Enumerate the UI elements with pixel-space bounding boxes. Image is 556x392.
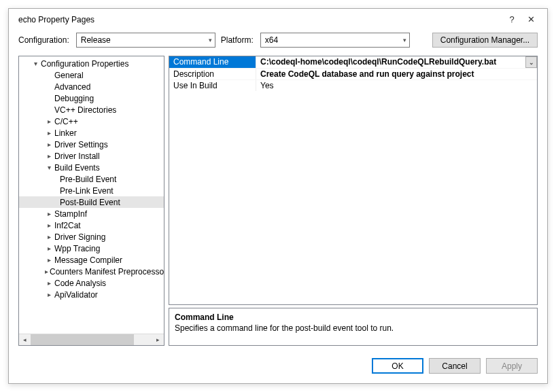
tree-item-counters[interactable]: ▸Counters Manifest Preprocessor [19, 266, 164, 277]
platform-label: Platform: [221, 35, 254, 45]
tree-item-inf2cat[interactable]: ▸Inf2Cat [19, 219, 164, 231]
configuration-value: Release [81, 35, 205, 45]
tree-horizontal-scrollbar[interactable]: ◂ ▸ [19, 334, 164, 345]
expand-icon[interactable]: ▸ [45, 129, 53, 137]
scroll-thumb[interactable] [31, 334, 134, 345]
tree-item-wpp[interactable]: ▸Wpp Tracing [19, 243, 164, 254]
property-value[interactable]: Create CodeQL database and run query aga… [256, 69, 537, 79]
expand-icon[interactable]: ▸ [45, 221, 53, 229]
tree-item-msgcomp[interactable]: ▸Message Compiler [19, 254, 164, 266]
tree-item-driver-settings[interactable]: ▸Driver Settings [19, 139, 164, 150]
tree-item-post-build[interactable]: Post-Build Event [19, 196, 164, 208]
property-key: Description [169, 69, 256, 79]
platform-dropdown[interactable]: x64 ▾ [260, 33, 410, 48]
configuration-dropdown[interactable]: Release ▾ [76, 33, 215, 48]
expand-icon[interactable]: ▸ [45, 141, 53, 148]
scroll-track[interactable] [31, 334, 152, 345]
configuration-label: Configuration: [18, 35, 69, 45]
platform-value: x64 [265, 35, 399, 45]
configuration-manager-button[interactable]: Configuration Manager... [432, 33, 538, 48]
scroll-right-icon[interactable]: ▸ [152, 334, 164, 346]
tree-item-driver-install[interactable]: ▸Driver Install [19, 150, 164, 162]
tree-item-ccpp[interactable]: ▸C/C++ [19, 115, 164, 127]
cancel-button[interactable]: Cancel [429, 358, 481, 374]
chevron-down-icon: ▾ [399, 37, 406, 43]
chevron-down-icon: ▾ [205, 37, 212, 43]
tree-panel: ▾ Configuration Properties General Advan… [18, 56, 164, 346]
property-key: Use In Build [169, 80, 256, 91]
scroll-left-icon[interactable]: ◂ [19, 334, 31, 346]
tree-item-pre-build[interactable]: Pre-Build Event [19, 173, 164, 185]
tree-item-vcdirs[interactable]: VC++ Directories [19, 104, 164, 115]
expand-icon[interactable]: ▸ [45, 152, 53, 160]
apply-button[interactable]: Apply [486, 358, 538, 374]
titlebar: echo Property Pages ? ✕ [9, 9, 547, 29]
close-button[interactable]: ✕ [521, 14, 540, 24]
body-area: ▾ Configuration Properties General Advan… [9, 56, 547, 351]
tree-item-pre-link[interactable]: Pre-Link Event [19, 185, 164, 196]
tree-item-debugging[interactable]: Debugging [19, 92, 164, 104]
tree-item-driver-signing[interactable]: ▸Driver Signing [19, 231, 164, 243]
expand-icon[interactable]: ▸ [45, 279, 53, 287]
config-row: Configuration: Release ▾ Platform: x64 ▾… [9, 29, 547, 56]
chevron-down-icon[interactable]: ⌄ [525, 56, 537, 68]
tree-item-code-analysis[interactable]: ▸Code Analysis [19, 277, 164, 289]
description-title: Command Line [175, 313, 532, 322]
property-row-command-line[interactable]: Command Line C:\codeql-home\codeql\codeq… [169, 56, 537, 68]
property-tree[interactable]: ▾ Configuration Properties General Advan… [19, 56, 164, 334]
property-grid[interactable]: Command Line C:\codeql-home\codeql\codeq… [169, 56, 538, 305]
tree-item-advanced[interactable]: Advanced [19, 81, 164, 92]
description-text: Specifies a command line for the post-bu… [175, 323, 532, 333]
window-title: echo Property Pages [18, 15, 502, 24]
tree-item-apivalidator[interactable]: ▸ApiValidator [19, 289, 164, 300]
property-pages-dialog: echo Property Pages ? ✕ Configuration: R… [8, 8, 548, 384]
property-key: Command Line [169, 56, 256, 68]
collapse-icon[interactable]: ▾ [45, 164, 53, 171]
collapse-icon[interactable]: ▾ [31, 60, 39, 67]
property-row-description[interactable]: Description Create CodeQL database and r… [169, 68, 537, 79]
expand-icon[interactable]: ▸ [45, 233, 53, 240]
expand-icon[interactable]: ▸ [45, 118, 53, 125]
property-value[interactable]: Yes [256, 80, 537, 91]
tree-item-linker[interactable]: ▸Linker [19, 127, 164, 139]
expand-icon[interactable]: ▸ [45, 210, 53, 217]
dialog-footer: OK Cancel Apply [9, 351, 547, 383]
expand-icon[interactable]: ▸ [45, 245, 53, 252]
tree-item-build-events[interactable]: ▾Build Events [19, 162, 164, 173]
tree-item-general[interactable]: General [19, 69, 164, 81]
property-row-use-in-build[interactable]: Use In Build Yes [169, 79, 537, 91]
help-button[interactable]: ? [502, 14, 521, 24]
expand-icon[interactable]: ▸ [45, 256, 53, 264]
right-panel: Command Line C:\codeql-home\codeql\codeq… [169, 56, 538, 346]
property-value[interactable]: C:\codeql-home\codeql\codeql\RunCodeQLRe… [256, 56, 537, 68]
tree-root[interactable]: ▾ Configuration Properties [19, 58, 164, 69]
description-panel: Command Line Specifies a command line fo… [169, 308, 538, 346]
expand-icon[interactable]: ▸ [45, 291, 53, 298]
tree-item-stampinf[interactable]: ▸StampInf [19, 208, 164, 219]
ok-button[interactable]: OK [372, 358, 423, 374]
